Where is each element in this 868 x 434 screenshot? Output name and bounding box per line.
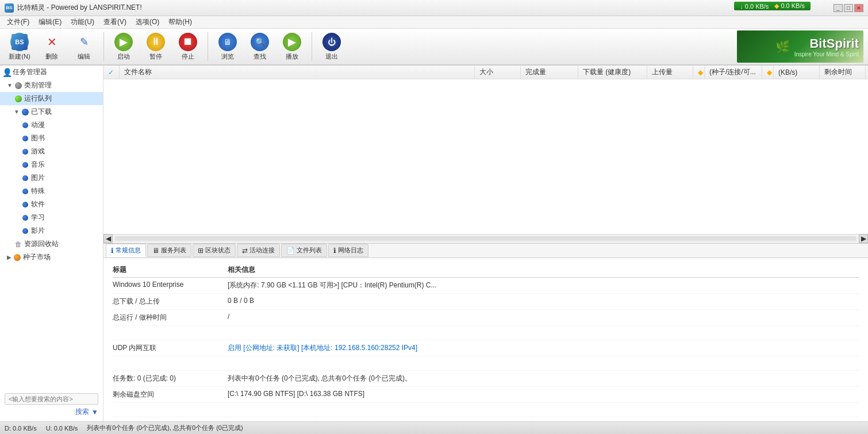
close-button[interactable]: ✕ [854, 4, 863, 12]
col-header-upload[interactable]: 上传量 [647, 66, 693, 79]
tab-connections[interactable]: ⇄ 活动连接 [237, 244, 280, 257]
sidebar-item-books[interactable]: 图书 [0, 132, 103, 145]
toolbar: BS 新建(N) ✕ 删除 ✎ 编辑 ▶ 启动 ⏸ 暂停 ⏹ 停止 🖥 浏览 🔍… [0, 29, 868, 66]
minimize-button[interactable]: _ [834, 4, 843, 12]
main-layout: 👤 任务管理器 ▼ 类别管理 运行队列 ▼ 已下载 [0, 66, 868, 421]
col-header-download[interactable]: 下载量 (健康度) [578, 66, 647, 79]
menu-file[interactable]: 文件(F) [2, 16, 34, 28]
info-disk-label: 剩余磁盘空间 [113, 387, 228, 403]
quit-button[interactable]: ⏻ 退出 [317, 31, 347, 62]
special-icon [21, 187, 30, 196]
info-empty-value-3 [228, 403, 859, 417]
col-header-kbps[interactable]: (KB/s) [774, 66, 820, 79]
toolbar-sep-2 [208, 32, 208, 61]
col-header-seeds[interactable]: (种子/连接/可... [705, 66, 762, 79]
tab-blocks[interactable]: ⊞ 区块状态 [193, 244, 236, 257]
start-icon: ▶ [114, 33, 133, 51]
services-tab-icon: 🖥 [152, 247, 159, 255]
blocks-tab-icon: ⊞ [198, 247, 203, 255]
books-icon [21, 134, 30, 143]
delete-icon: ✕ [43, 33, 61, 51]
new-button[interactable]: BS 新建(N) [5, 31, 34, 62]
menu-help[interactable]: 帮助(H) [164, 16, 197, 28]
sidebar-item-seed-market[interactable]: ▶ 种子市场 [0, 251, 103, 264]
stop-button[interactable]: ⏹ 停止 [173, 31, 203, 62]
app-icon: BS [5, 3, 14, 13]
speed-bar: ↓ 0.0 KB/s ◆ 0.0 KB/s [734, 2, 811, 10]
bottom-tabs: ℹ 常规信息 🖥 服务列表 ⊞ 区块状态 ⇄ 活动连接 📄 文件列表 ℹ 网络日 [103, 243, 868, 258]
study-icon [21, 213, 30, 222]
sidebar-item-images[interactable]: 图片 [0, 171, 103, 185]
netlog-tab-icon: ℹ [333, 247, 336, 255]
tab-files[interactable]: 📄 文件列表 [281, 244, 327, 257]
info-total-dl-value: 0 B / 0 B [228, 294, 859, 310]
col-header-complete[interactable]: 完成量 [521, 66, 578, 79]
info-os-value: [系统内存: 7.90 GB <1.11 GB 可用>] [CPU：Intel(… [228, 278, 859, 294]
info-empty-label-1 [113, 326, 228, 340]
sidebar-search-button[interactable]: 搜索 ▼ [5, 407, 98, 417]
edit-button[interactable]: ✎ 编辑 [69, 31, 99, 62]
brand-subtitle: Inspire Your Mind & Spirit [794, 51, 859, 57]
tab-netlog[interactable]: ℹ 网络日志 [328, 244, 368, 257]
window-controls[interactable]: _ □ ✕ [834, 4, 863, 12]
col-header-check[interactable]: ✓ [106, 66, 120, 79]
seed-market-icon [13, 253, 22, 262]
menu-edit[interactable]: 编辑(E) [34, 16, 66, 28]
quit-icon: ⏻ [322, 33, 341, 51]
toolbar-sep-1 [103, 32, 104, 61]
sidebar-item-downloaded[interactable]: ▼ 已下载 [0, 105, 103, 118]
sidebar-item-games[interactable]: 游戏 [0, 145, 103, 158]
pause-button[interactable]: ⏸ 暂停 [141, 31, 171, 62]
task-manager-icon: 👤 [2, 68, 11, 77]
sidebar-item-category[interactable]: ▼ 类别管理 [0, 79, 103, 92]
sidebar-item-anime[interactable]: 动漫 [0, 118, 103, 132]
col-header-diamond1[interactable]: ◆ [693, 66, 705, 79]
menu-bar: 文件(F) 编辑(E) 功能(U) 查看(V) 选项(O) 帮助(H) [0, 16, 868, 29]
menu-options[interactable]: 选项(O) [131, 16, 164, 28]
menu-function[interactable]: 功能(U) [66, 16, 99, 28]
info-col1-header: 标题 [113, 263, 228, 278]
h-scroll-right-button[interactable]: ▶ [859, 234, 868, 243]
h-scroll-track[interactable] [115, 236, 857, 241]
upload-speed-indicator: ◆ 0.0 KB/s [774, 2, 805, 10]
h-scroll-left-button[interactable]: ◀ [103, 234, 113, 243]
info-dht-value: 已连接到0个节点, 其中0个可靠节点, 总计：发送 0，接收 0 字节 [228, 417, 859, 422]
start-button[interactable]: ▶ 启动 [109, 31, 139, 62]
tab-general[interactable]: ℹ 常规信息 [106, 244, 146, 257]
browse-button[interactable]: 🖥 浏览 [213, 31, 243, 62]
file-list-area [103, 79, 868, 234]
sidebar-item-music[interactable]: 音乐 [0, 158, 103, 171]
images-icon [21, 174, 30, 183]
info-total-dl-label: 总下载 / 总上传 [113, 294, 228, 310]
sidebar-search-input[interactable] [5, 393, 98, 405]
games-icon [21, 147, 30, 156]
col-header-name[interactable]: 文件名称 [120, 66, 475, 79]
play-button[interactable]: ▶ 播放 [277, 31, 307, 62]
status-upload: U: 0.0 KB/s [46, 425, 78, 432]
download-speed-indicator: ↓ 0.0 KB/s [740, 3, 769, 10]
sidebar-item-special[interactable]: 特殊 [0, 185, 103, 198]
delete-button[interactable]: ✕ 删除 [37, 31, 67, 62]
sidebar-item-recycle[interactable]: 🗑 资源回收站 [0, 237, 103, 251]
maximize-button[interactable]: □ [844, 4, 853, 12]
sidebar-item-movies[interactable]: 影片 [0, 224, 103, 237]
down-arrow-icon: ↓ [740, 3, 743, 10]
info-panel: 标题 相关信息 Windows 10 Enterprise [系统内存: 7.9… [103, 258, 868, 422]
sidebar-item-software[interactable]: 软件 [0, 198, 103, 211]
tab-services[interactable]: 🖥 服务列表 [147, 244, 191, 257]
content-area: ✓ 文件名称 大小 完成量 下载量 (健康度) 上传量 ◆ (种子/连接/可..… [103, 66, 868, 421]
col-header-remain[interactable]: 剩余时间 [820, 66, 866, 79]
title-bar: BS 比特精灵 - Powered by LANSPIRIT.NET! ↓ 0.… [0, 0, 868, 16]
col-header-diamond2[interactable]: ◆ [762, 66, 774, 79]
toolbar-sep-3 [312, 32, 312, 61]
status-download: D: 0.0 KB/s [5, 425, 37, 432]
stop-icon: ⏹ [179, 33, 197, 51]
sidebar-item-study[interactable]: 学习 [0, 211, 103, 224]
edit-icon: ✎ [75, 33, 93, 51]
search-button[interactable]: 🔍 查找 [245, 31, 275, 62]
sidebar-item-running[interactable]: 运行队列 [0, 92, 103, 105]
sidebar-item-task-manager[interactable]: 👤 任务管理器 [0, 66, 103, 79]
menu-view[interactable]: 查看(V) [99, 16, 131, 28]
col-header-size[interactable]: 大小 [475, 66, 521, 79]
new-icon: BS [10, 33, 29, 51]
